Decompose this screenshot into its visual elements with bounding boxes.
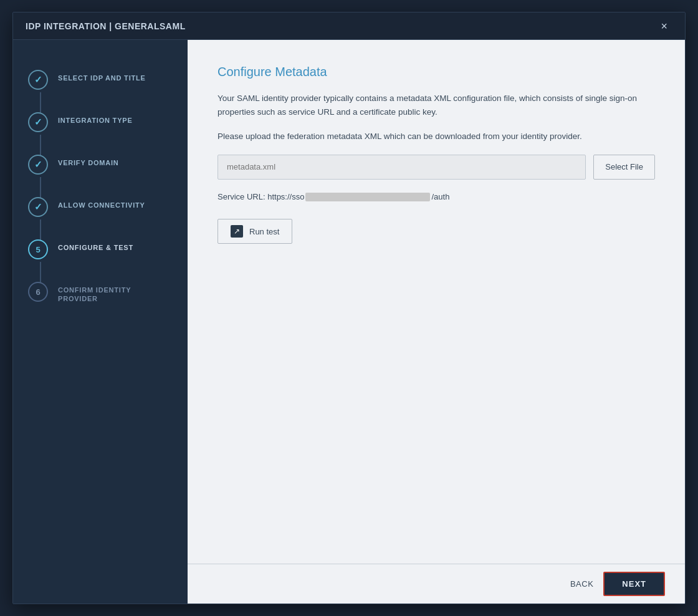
- content-title: Configure Metadata: [218, 65, 655, 79]
- modal-footer: BACK NEXT: [188, 564, 685, 604]
- next-button[interactable]: NEXT: [603, 572, 665, 596]
- sidebar-item-verify-domain[interactable]: VERIFY DOMAIN: [13, 150, 188, 175]
- step-3-circle: [28, 155, 48, 175]
- file-upload-row: Select File: [218, 155, 655, 180]
- content-area: Configure Metadata Your SAML identity pr…: [188, 40, 685, 564]
- sidebar-item-select-idp[interactable]: SELECT IDP AND TITLE: [13, 65, 188, 90]
- back-button[interactable]: BACK: [570, 579, 593, 589]
- file-input[interactable]: [218, 155, 586, 180]
- run-test-label: Run test: [249, 227, 279, 236]
- close-button[interactable]: ×: [656, 18, 672, 34]
- service-url-suffix: /auth: [431, 192, 449, 201]
- service-url-blurred: [305, 193, 430, 201]
- run-test-icon: ↗: [231, 225, 243, 238]
- sidebar-item-allow-connectivity[interactable]: ALLOW CONNECTIVITY: [13, 192, 188, 217]
- step-1-circle: [28, 70, 48, 90]
- select-file-button[interactable]: Select File: [593, 155, 655, 180]
- step-4-label: ALLOW CONNECTIVITY: [58, 192, 145, 209]
- service-url-prefix: Service URL: https://sso: [218, 192, 304, 201]
- step-3-label: VERIFY DOMAIN: [58, 150, 119, 167]
- description-1: Your SAML identity provider typically co…: [218, 92, 655, 118]
- description-2: Please upload the federation metadata XM…: [218, 130, 655, 143]
- modal-header: IDP INTEGRATION | GENERALSAML ×: [13, 12, 685, 40]
- step-6-circle: 6: [28, 282, 48, 302]
- sidebar-item-confirm-idp[interactable]: 6 CONFIRM IDENTITY PROVIDER: [13, 277, 188, 304]
- step-1-label: SELECT IDP AND TITLE: [58, 65, 146, 82]
- modal-body: SELECT IDP AND TITLE INTEGRATION TYPE VE…: [13, 40, 685, 604]
- run-test-button[interactable]: ↗ Run test: [218, 219, 292, 244]
- modal-title: IDP INTEGRATION | GENERALSAML: [26, 21, 186, 31]
- step-5-circle: 5: [28, 239, 48, 259]
- main-content: Configure Metadata Your SAML identity pr…: [188, 40, 685, 604]
- step-5-label: CONFIGURE & TEST: [58, 234, 133, 252]
- service-url-row: Service URL: https://sso/auth: [218, 192, 655, 202]
- sidebar-item-integration-type[interactable]: INTEGRATION TYPE: [13, 107, 188, 132]
- idp-integration-modal: IDP INTEGRATION | GENERALSAML × SELECT I…: [12, 12, 686, 604]
- step-4-circle: [28, 197, 48, 217]
- step-2-label: INTEGRATION TYPE: [58, 107, 133, 125]
- step-2-circle: [28, 112, 48, 132]
- step-6-label: CONFIRM IDENTITY PROVIDER: [58, 277, 173, 304]
- sidebar-item-configure-test[interactable]: 5 CONFIGURE & TEST: [13, 234, 188, 259]
- sidebar: SELECT IDP AND TITLE INTEGRATION TYPE VE…: [13, 40, 188, 604]
